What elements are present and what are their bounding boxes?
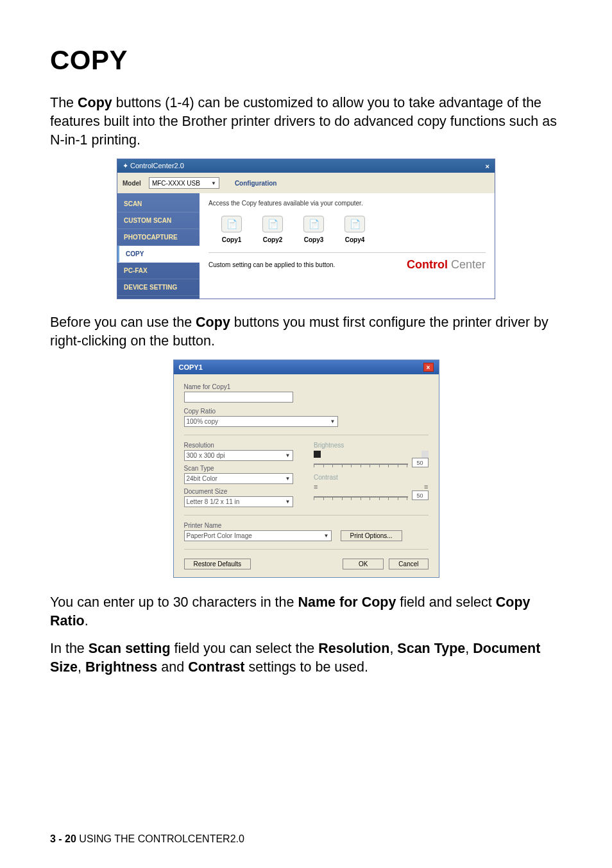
bold-nameforcopy: Name for Copy [298, 595, 396, 610]
panel-description: Access the Copy features available via y… [208, 200, 486, 207]
bold-scantype: Scan Type [397, 641, 465, 656]
paragraph-3: You can enter up to 30 characters in the… [50, 593, 562, 630]
text: , [465, 641, 473, 656]
close-icon[interactable]: × [423, 363, 434, 372]
copy3-label: Copy3 [304, 236, 324, 243]
contrast-value[interactable]: 50 [412, 490, 429, 500]
text: and [157, 659, 188, 675]
text: , [389, 641, 397, 656]
copyratio-select[interactable]: 100% copy▼ [184, 416, 338, 427]
sidebar-item-copy[interactable]: COPY [117, 246, 200, 263]
scantype-select[interactable]: 24bit Color▼ [184, 473, 293, 484]
contrast-slider[interactable]: 50 [314, 490, 429, 500]
name-label: Name for Copy1 [184, 383, 429, 390]
page-number: 3 - 20 [50, 833, 76, 844]
copy-icon: 📄 [221, 216, 242, 232]
text: , [78, 659, 85, 675]
text: field and select [396, 595, 495, 610]
brightness-value[interactable]: 50 [412, 458, 429, 467]
copy4-button[interactable]: 📄 Copy4 [344, 216, 365, 243]
configuration-button[interactable]: Configuration [235, 180, 277, 187]
controlcenter-window: ✦ ControlCenter2.0 × Model MFC-XXXX USB … [117, 159, 495, 299]
high-contrast-icon: ≡ [424, 483, 428, 490]
sidebar-item-scan[interactable]: SCAN [117, 196, 200, 213]
toolbar: Model MFC-XXXX USB ▼ Configuration [117, 173, 495, 193]
text: You can enter up to 30 characters in the [50, 595, 298, 610]
text: The [50, 95, 78, 110]
name-input[interactable] [184, 392, 293, 403]
chevron-down-icon: ▼ [321, 533, 329, 539]
contrast-label: Contrast [314, 474, 429, 481]
close-icon[interactable]: × [486, 162, 489, 170]
dark-swatch-icon [314, 451, 321, 458]
text: settings to be used. [245, 659, 368, 675]
copy2-label: Copy2 [263, 236, 283, 243]
intro-paragraph: The Copy buttons (1-4) can be customized… [50, 94, 562, 150]
page-footer: 3 - 20 USING THE CONTROLCENTER2.0 [50, 833, 244, 845]
restore-defaults-button[interactable]: Restore Defaults [184, 559, 251, 569]
sidebar-item-photocapture[interactable]: PHOTOCAPTURE [117, 229, 200, 246]
copy1-dialog: COPY1 × Name for Copy1 Copy Ratio 100% c… [173, 360, 439, 578]
model-label: Model [123, 180, 141, 187]
text: . [85, 613, 89, 629]
sidebar-item-pcfax[interactable]: PC-FAX [117, 263, 200, 279]
paragraph-2: Before you can use the Copy buttons you … [50, 313, 562, 351]
dialog-titlebar: COPY1 × [174, 360, 439, 374]
bold-contrast: Contrast [188, 659, 244, 675]
sidebar-item-customscan[interactable]: CUSTOM SCAN [117, 213, 200, 229]
bold-copy: Copy [196, 315, 230, 330]
dialog-title: COPY1 [179, 363, 203, 371]
chevron-down-icon: ▼ [283, 476, 291, 482]
sidebar-item-devicesetting[interactable]: DEVICE SETTING [117, 279, 200, 296]
chevron-down-icon: ▼ [208, 180, 216, 186]
copy-icon: 📄 [344, 216, 365, 232]
main-panel: Access the Copy features available via y… [200, 193, 495, 299]
copy3-button[interactable]: 📄 Copy3 [303, 216, 324, 243]
brightness-slider[interactable]: 50 [314, 458, 429, 467]
paragraph-4: In the Scan setting field you can select… [50, 639, 562, 677]
resolution-label: Resolution [184, 442, 299, 449]
copy1-button[interactable]: 📄 Copy1 [221, 216, 242, 243]
page-heading: COPY [50, 45, 562, 76]
footer-title: USING THE CONTROLCENTER2.0 [76, 833, 244, 844]
chevron-down-icon: ▼ [283, 499, 291, 505]
bold-brightness: Brightness [85, 659, 157, 675]
copy2-button[interactable]: 📄 Copy2 [262, 216, 283, 243]
text: field you can select the [171, 641, 319, 656]
print-options-button[interactable]: Print Options... [341, 530, 402, 541]
scantype-label: Scan Type [184, 465, 299, 472]
printername-select[interactable]: PaperPort Color Image▼ [184, 530, 332, 541]
copy4-label: Copy4 [345, 236, 365, 243]
copy-icon: 📄 [303, 216, 324, 232]
copy-icon: 📄 [262, 216, 283, 232]
model-value: MFC-XXXX USB [152, 180, 200, 187]
brand-logo: Control Center [407, 258, 486, 272]
copyratio-label: Copy Ratio [184, 408, 429, 415]
ok-button[interactable]: OK [343, 559, 384, 569]
copy1-label: Copy1 [222, 236, 242, 243]
bold-scansetting: Scan setting [89, 641, 171, 656]
docsize-label: Document Size [184, 488, 299, 495]
docsize-select[interactable]: Letter 8 1/2 x 11 in▼ [184, 496, 293, 507]
text: In the [50, 641, 89, 656]
printername-label: Printer Name [184, 522, 429, 529]
window-titlebar: ✦ ControlCenter2.0 × [117, 159, 495, 173]
sidebar: SCAN CUSTOM SCAN PHOTOCAPTURE COPY PC-FA… [117, 193, 200, 299]
chevron-down-icon: ▼ [328, 419, 336, 424]
footer-note: Custom setting can be applied to this bu… [208, 261, 335, 268]
resolution-select[interactable]: 300 x 300 dpi▼ [184, 450, 293, 461]
low-contrast-icon: ≡ [314, 483, 318, 490]
bold-copy: Copy [78, 95, 112, 110]
brightness-label: Brightness [314, 442, 429, 449]
text: Before you can use the [50, 315, 196, 330]
text: buttons (1-4) can be customized to allow… [50, 95, 557, 148]
light-swatch-icon [421, 451, 429, 458]
model-select[interactable]: MFC-XXXX USB ▼ [149, 177, 219, 189]
cancel-button[interactable]: Cancel [389, 559, 428, 569]
window-title: ✦ ControlCenter2.0 [123, 162, 184, 170]
bold-resolution: Resolution [318, 641, 389, 656]
chevron-down-icon: ▼ [283, 453, 291, 458]
